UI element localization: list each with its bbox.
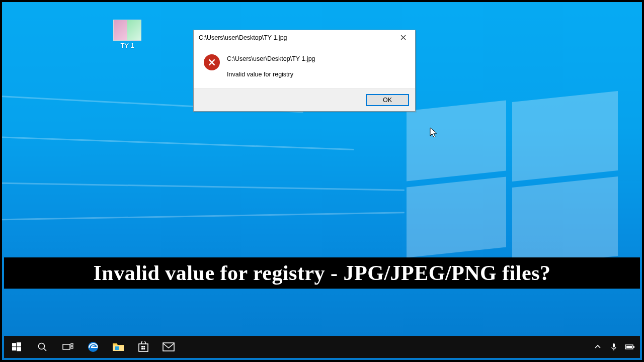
svg-rect-3	[17, 347, 21, 351]
store-icon	[138, 341, 149, 352]
light-beam	[2, 128, 354, 150]
error-icon	[204, 54, 220, 70]
taskbar-app-mail[interactable]	[156, 336, 181, 358]
microphone-icon	[611, 343, 617, 351]
start-button[interactable]	[4, 336, 29, 358]
svg-line-5	[44, 348, 46, 351]
dialog-footer: OK	[194, 88, 415, 111]
svg-rect-20	[633, 346, 634, 348]
search-icon	[37, 342, 47, 352]
tray-overflow-button[interactable]	[590, 344, 606, 350]
taskbar	[4, 336, 640, 358]
svg-rect-16	[143, 348, 145, 349]
svg-rect-12	[139, 344, 148, 351]
tray-microphone[interactable]	[606, 343, 622, 351]
task-view-icon	[62, 343, 73, 351]
close-button[interactable]	[392, 31, 414, 45]
windows-start-icon	[12, 342, 21, 351]
svg-point-4	[39, 343, 45, 349]
ok-button-label: OK	[383, 97, 392, 104]
svg-rect-1	[17, 342, 21, 346]
dialog-message: Invalid value for registry	[227, 70, 315, 79]
dialog-titlebar[interactable]: C:\Users\user\Desktop\TY 1.jpg	[194, 30, 415, 45]
dialog-title: C:\Users\user\Desktop\TY 1.jpg	[199, 34, 392, 41]
task-view-button[interactable]	[55, 336, 80, 358]
search-button[interactable]	[29, 336, 55, 358]
windows-logo-wallpaper	[407, 106, 618, 256]
svg-rect-2	[12, 347, 16, 350]
dialog-text: C:\Users\user\Desktop\TY 1.jpg Invalid v…	[227, 54, 315, 79]
taskbar-app-file-explorer[interactable]	[106, 336, 131, 358]
dialog-heading: C:\Users\user\Desktop\TY 1.jpg	[227, 54, 315, 64]
ok-button[interactable]: OK	[366, 94, 409, 106]
edge-icon	[87, 341, 99, 353]
taskbar-app-store[interactable]	[131, 336, 156, 358]
screen-frame: TY 1 C:\Users\user\Desktop\TY 1.jpg C:\U…	[0, 0, 644, 362]
light-beam	[2, 178, 405, 191]
svg-rect-18	[613, 343, 615, 347]
mail-icon	[163, 342, 175, 351]
taskbar-spacer	[181, 336, 590, 358]
svg-rect-13	[141, 346, 143, 347]
svg-rect-15	[141, 348, 143, 349]
svg-rect-17	[163, 343, 174, 351]
taskbar-app-edge[interactable]	[80, 336, 106, 358]
chevron-up-icon	[595, 344, 601, 350]
tray-battery[interactable]	[622, 344, 638, 350]
svg-rect-7	[71, 343, 73, 345]
desktop-file-icon[interactable]: TY 1	[108, 20, 147, 49]
svg-rect-6	[63, 344, 70, 349]
svg-rect-14	[143, 346, 145, 347]
caption-text: Invalid value for registry - JPG/JPEG/PN…	[93, 261, 550, 285]
system-tray	[590, 336, 640, 358]
video-caption-overlay: Invalid value for registry - JPG/JPEG/PN…	[4, 257, 640, 289]
svg-rect-0	[12, 343, 16, 346]
svg-rect-21	[626, 346, 632, 348]
folder-icon	[112, 342, 124, 352]
error-dialog: C:\Users\user\Desktop\TY 1.jpg C:\Users\…	[193, 30, 416, 112]
desktop-icon-label: TY 1	[108, 42, 147, 49]
desktop[interactable]: TY 1 C:\Users\user\Desktop\TY 1.jpg C:\U…	[2, 2, 642, 360]
dialog-body: C:\Users\user\Desktop\TY 1.jpg Invalid v…	[194, 45, 415, 88]
light-beam	[2, 212, 405, 225]
battery-icon	[625, 344, 635, 350]
svg-rect-8	[71, 346, 73, 348]
image-thumbnail-icon	[113, 20, 141, 41]
svg-rect-11	[115, 346, 119, 350]
close-icon	[400, 35, 406, 40]
